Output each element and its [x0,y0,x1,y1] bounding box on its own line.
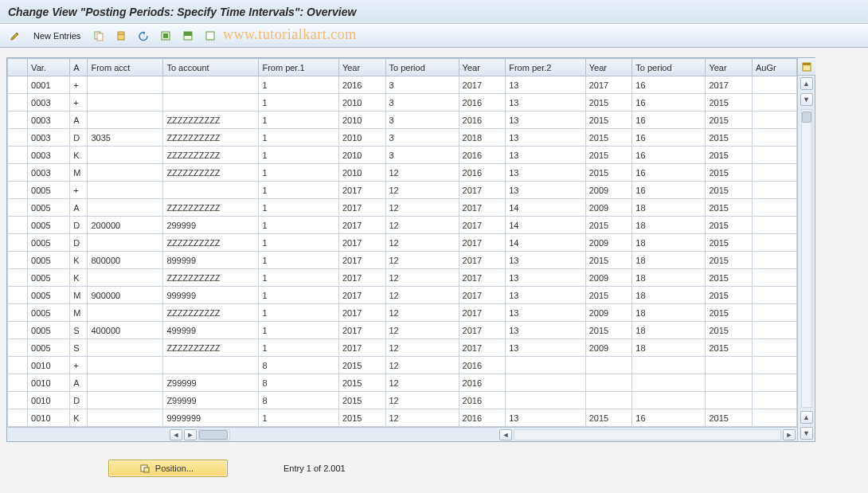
cell[interactable] [88,339,163,357]
cell[interactable]: 1 [259,199,338,217]
cell[interactable] [88,234,163,252]
cell[interactable]: 2015 [585,112,632,129]
cell[interactable]: K [70,147,88,164]
table-row[interactable]: 0005KZZZZZZZZZZ12017122017132009182015 [8,269,797,287]
cell[interactable]: A [70,374,88,392]
cell[interactable] [8,129,28,147]
cell[interactable] [585,392,632,409]
hscroll-right-icon[interactable]: ► [184,429,197,440]
cell[interactable] [753,182,797,199]
cell[interactable] [8,252,28,269]
cell[interactable] [88,94,163,112]
cell[interactable]: Z99999 [163,374,259,392]
cell[interactable]: 1 [259,164,338,182]
cell[interactable]: 1 [259,112,338,129]
cell[interactable]: 2017 [459,217,506,234]
cell[interactable]: 2015 [706,164,753,182]
cell[interactable]: 16 [632,76,706,94]
cell[interactable]: 0005 [28,287,70,304]
cell[interactable] [706,374,753,392]
cell[interactable]: 899999 [163,252,259,269]
cell[interactable]: 0005 [28,252,70,269]
cell[interactable]: 2017 [338,304,385,322]
cell[interactable]: 2016 [338,76,385,94]
cell[interactable]: 2016 [459,94,506,112]
cell[interactable]: 2015 [706,147,753,164]
table-row[interactable]: 0003D3035ZZZZZZZZZZ120103201813201516201… [8,129,797,147]
cell[interactable]: 900000 [88,287,163,304]
cell[interactable]: 2017 [338,322,385,339]
cell[interactable]: M [70,164,88,182]
cell[interactable]: D [70,129,88,147]
col-from-per1[interactable]: From per.1 [259,59,338,76]
cell[interactable] [8,182,28,199]
cell[interactable]: 2017 [338,269,385,287]
cell[interactable]: 13 [506,339,585,357]
cell[interactable] [753,217,797,234]
cell[interactable] [753,234,797,252]
cell[interactable]: 2015 [338,409,385,427]
hscroll-track-left[interactable] [198,429,230,440]
cell[interactable] [753,374,797,392]
cell[interactable]: 2010 [338,164,385,182]
vscroll-thumb[interactable] [802,112,811,123]
cell[interactable]: 2017 [459,339,506,357]
cell[interactable]: 8 [259,357,338,374]
cell[interactable]: 2009 [585,182,632,199]
cell[interactable]: 200000 [88,217,163,234]
cell[interactable]: 2017 [338,234,385,252]
cell[interactable]: ZZZZZZZZZZ [163,147,259,164]
cell[interactable] [8,217,28,234]
cell[interactable]: ZZZZZZZZZZ [163,164,259,182]
cell[interactable] [753,392,797,409]
vscroll-down-icon[interactable]: ▼ [800,93,813,106]
cell[interactable] [8,304,28,322]
cell[interactable]: M [70,287,88,304]
cell[interactable] [8,339,28,357]
table-row[interactable]: 0010AZ9999982015122016 [8,374,797,392]
cell[interactable] [88,269,163,287]
cell[interactable]: 2016 [459,164,506,182]
col-a[interactable]: A [70,59,88,76]
cell[interactable]: 14 [506,199,585,217]
cell[interactable] [88,304,163,322]
cell[interactable]: 2016 [459,392,506,409]
cell[interactable]: 13 [506,287,585,304]
cell[interactable]: 2015 [706,217,753,234]
cell[interactable] [8,374,28,392]
cell[interactable]: 13 [506,322,585,339]
cell[interactable]: 1 [259,269,338,287]
cell[interactable]: A [70,199,88,217]
cell[interactable]: 18 [632,252,706,269]
cell[interactable]: 3035 [88,129,163,147]
cell[interactable]: 12 [385,217,459,234]
cell[interactable]: 800000 [88,252,163,269]
col-from-acct[interactable]: From acct [88,59,163,76]
cell[interactable] [88,164,163,182]
cell[interactable]: 1 [259,409,338,427]
cell[interactable]: 13 [506,94,585,112]
cell[interactable]: 13 [506,409,585,427]
hscroll-track-right[interactable] [514,429,781,440]
table-row[interactable]: 0003MZZZZZZZZZZ12010122016132015162015 [8,164,797,182]
cell[interactable]: 18 [632,287,706,304]
cell[interactable] [585,374,632,392]
cell[interactable]: 2009 [585,269,632,287]
cell[interactable]: 299999 [163,217,259,234]
cell[interactable] [163,94,259,112]
cell[interactable] [88,147,163,164]
col-year3[interactable]: Year [585,59,632,76]
col-year4[interactable]: Year [706,59,753,76]
col-year1[interactable]: Year [338,59,385,76]
cell[interactable]: 1 [259,287,338,304]
cell[interactable] [8,392,28,409]
cell[interactable] [753,269,797,287]
table-row[interactable]: 0010DZ9999982015122016 [8,392,797,409]
cell[interactable] [706,392,753,409]
cell[interactable]: 2015 [585,129,632,147]
col-year2[interactable]: Year [459,59,506,76]
cell[interactable] [632,392,706,409]
cell[interactable]: ZZZZZZZZZZ [163,304,259,322]
cell[interactable]: 999999 [163,287,259,304]
cell[interactable] [8,199,28,217]
